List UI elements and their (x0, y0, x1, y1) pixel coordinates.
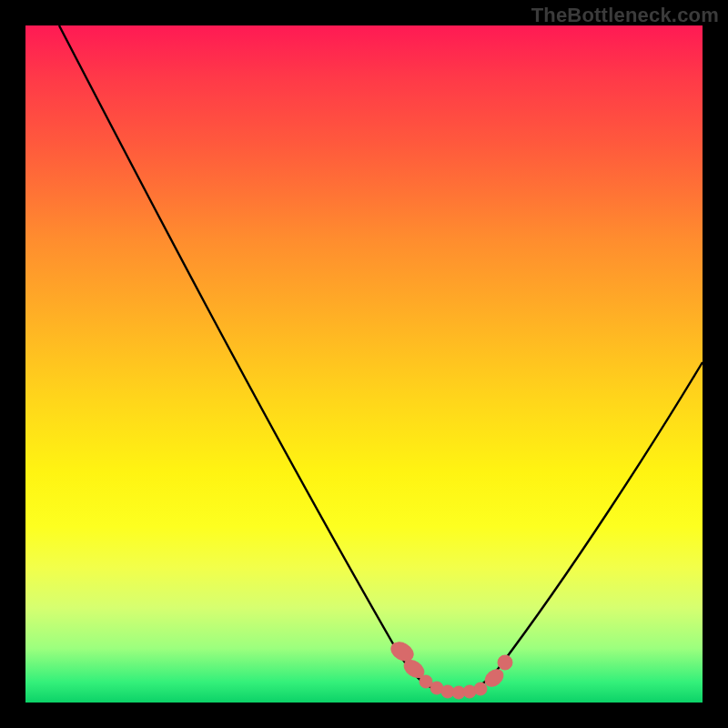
optimal-region-markers (388, 639, 512, 699)
bottleneck-curve-path (59, 25, 703, 693)
watermark-text: TheBottleneck.com (531, 4, 719, 27)
svg-point-7 (474, 682, 487, 695)
bottleneck-curve-svg (25, 25, 703, 703)
plot-area (25, 25, 703, 703)
chart-frame: TheBottleneck.com (0, 0, 728, 728)
svg-point-9 (498, 655, 512, 670)
